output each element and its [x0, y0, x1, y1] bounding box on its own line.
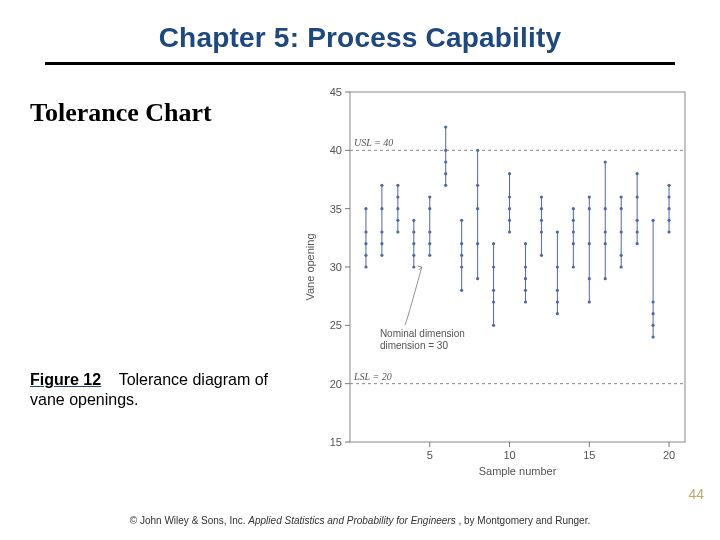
svg-text:35: 35	[330, 203, 342, 215]
svg-point-110	[572, 219, 575, 222]
svg-point-63	[444, 184, 447, 187]
svg-point-86	[508, 207, 511, 210]
figure-caption: Figure 12 Tolerance diagram of vane open…	[30, 370, 290, 410]
svg-point-99	[540, 195, 543, 198]
svg-point-109	[572, 265, 575, 268]
svg-point-141	[651, 312, 654, 315]
svg-point-127	[620, 195, 623, 198]
svg-point-100	[540, 230, 543, 233]
svg-point-54	[428, 230, 431, 233]
chapter-title: Chapter 5: Process Capability	[0, 22, 720, 54]
svg-point-78	[492, 289, 495, 292]
svg-point-134	[636, 195, 639, 198]
svg-point-34	[364, 254, 367, 257]
svg-point-148	[667, 230, 670, 233]
svg-point-133	[636, 219, 639, 222]
svg-point-46	[396, 195, 399, 198]
svg-point-52	[412, 242, 415, 245]
svg-point-61	[444, 160, 447, 163]
copyright: © John Wiley & Sons, Inc. Applied Statis…	[0, 515, 720, 526]
svg-point-123	[604, 160, 607, 163]
slide: Chapter 5: Process Capability Tolerance …	[0, 0, 720, 540]
svg-text:25: 25	[330, 319, 342, 331]
tolerance-chart: 152025303540455101520Sample numberVane o…	[300, 82, 700, 482]
svg-text:15: 15	[583, 449, 595, 461]
svg-point-50	[412, 230, 415, 233]
svg-text:10: 10	[503, 449, 515, 461]
svg-point-42	[396, 207, 399, 210]
svg-point-64	[444, 125, 447, 128]
svg-point-69	[460, 219, 463, 222]
svg-text:Nominal dimension: Nominal dimension	[380, 328, 465, 339]
svg-point-132	[636, 242, 639, 245]
svg-text:Vane opening: Vane opening	[304, 233, 316, 300]
svg-point-31	[364, 265, 367, 268]
svg-point-96	[540, 254, 543, 257]
svg-point-140	[651, 219, 654, 222]
svg-point-116	[588, 277, 591, 280]
svg-point-121	[604, 207, 607, 210]
svg-point-87	[508, 195, 511, 198]
svg-point-98	[540, 219, 543, 222]
svg-point-43	[396, 184, 399, 187]
svg-point-48	[412, 265, 415, 268]
svg-point-49	[412, 254, 415, 257]
page-number: 44	[688, 486, 704, 502]
svg-point-70	[460, 289, 463, 292]
svg-point-38	[380, 207, 383, 210]
svg-point-136	[636, 230, 639, 233]
svg-point-74	[476, 207, 479, 210]
title-rule	[45, 62, 675, 65]
svg-point-144	[667, 207, 670, 210]
svg-point-135	[636, 172, 639, 175]
svg-point-75	[476, 242, 479, 245]
svg-point-60	[444, 172, 447, 175]
svg-point-120	[604, 230, 607, 233]
svg-text:30: 30	[330, 261, 342, 273]
svg-text:15: 15	[330, 436, 342, 448]
svg-point-57	[428, 242, 431, 245]
svg-point-97	[540, 207, 543, 210]
svg-point-129	[620, 254, 623, 257]
svg-point-80	[492, 242, 495, 245]
svg-point-90	[524, 289, 527, 292]
svg-text:45: 45	[330, 86, 342, 98]
svg-point-91	[524, 265, 527, 268]
section-title: Tolerance Chart	[30, 98, 212, 128]
svg-point-126	[620, 207, 623, 210]
svg-point-76	[476, 184, 479, 187]
svg-point-145	[667, 195, 670, 198]
svg-point-122	[604, 277, 607, 280]
svg-point-112	[572, 207, 575, 210]
svg-point-105	[556, 265, 559, 268]
figure-number: Figure 12	[30, 371, 101, 388]
svg-text:USL = 40: USL = 40	[354, 137, 393, 148]
svg-point-92	[524, 277, 527, 280]
svg-point-93	[524, 300, 527, 303]
svg-point-30	[364, 230, 367, 233]
svg-point-55	[428, 207, 431, 210]
svg-point-102	[556, 300, 559, 303]
svg-point-117	[588, 300, 591, 303]
svg-point-142	[651, 335, 654, 338]
svg-point-115	[588, 195, 591, 198]
svg-point-104	[556, 312, 559, 315]
svg-point-108	[572, 230, 575, 233]
svg-point-44	[396, 230, 399, 233]
svg-text:20: 20	[663, 449, 675, 461]
svg-point-67	[460, 254, 463, 257]
svg-point-111	[572, 242, 575, 245]
svg-text:40: 40	[330, 144, 342, 156]
svg-point-68	[460, 242, 463, 245]
svg-point-82	[492, 300, 495, 303]
svg-point-40	[380, 242, 383, 245]
svg-point-124	[604, 242, 607, 245]
svg-point-32	[364, 207, 367, 210]
svg-point-84	[508, 172, 511, 175]
svg-text:dimension = 30: dimension = 30	[380, 340, 449, 351]
svg-point-128	[620, 265, 623, 268]
svg-point-106	[556, 289, 559, 292]
svg-point-88	[508, 219, 511, 222]
svg-point-94	[524, 242, 527, 245]
svg-point-45	[396, 219, 399, 222]
